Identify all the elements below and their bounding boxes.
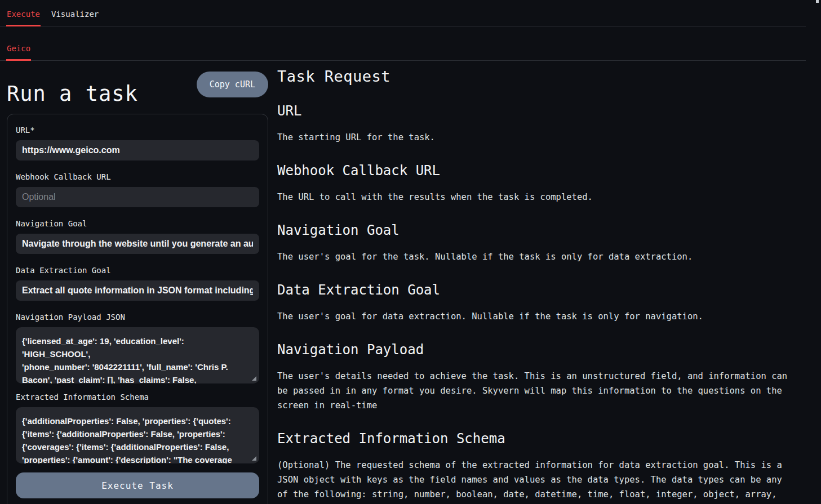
navigation-goal-input[interactable]: [16, 234, 259, 254]
resize-handle-icon[interactable]: [252, 456, 256, 461]
doc-section-data-extraction-goal: Data Extraction Goal The user's goal for…: [277, 282, 799, 324]
task-form-card: URL* Webhook Callback URL Navigation Goa…: [7, 114, 268, 504]
navigation-payload-label: Navigation Payload JSON: [16, 313, 259, 322]
doc-section-heading: URL: [277, 103, 799, 119]
tab-execute[interactable]: Execute: [6, 7, 41, 26]
resize-handle-icon[interactable]: [252, 376, 256, 381]
data-extraction-goal-input[interactable]: [16, 280, 259, 301]
doc-section-body: The URL to call with the results when th…: [277, 190, 799, 204]
docs-title: Task Request: [277, 68, 799, 85]
docs-panel: Task Request URL The starting URL for th…: [277, 61, 799, 504]
navigation-payload-wrap: {'licensed_at_age': 19, 'education_level…: [16, 327, 259, 383]
data-extraction-goal-label: Data Extraction Goal: [16, 266, 259, 275]
url-label: URL*: [16, 126, 259, 135]
page: Execute Visualizer Geico Run a task Copy…: [0, 0, 806, 504]
scrollbar-thumb[interactable]: [816, 0, 819, 3]
doc-section-navigation-goal: Navigation Goal The user's goal for the …: [277, 222, 799, 264]
tab-visualizer[interactable]: Visualizer: [51, 7, 99, 26]
navigation-payload-textarea[interactable]: {'licensed_at_age': 19, 'education_level…: [16, 327, 259, 383]
primary-tab-bar: Execute Visualizer: [0, 0, 806, 26]
main-area: Run a task Copy cURL URL* Webhook Callba…: [0, 61, 806, 504]
webhook-input[interactable]: [16, 187, 259, 207]
doc-section-heading: Data Extraction Goal: [277, 282, 799, 298]
doc-section-body: The user's goal for the task. Nullable i…: [277, 249, 799, 264]
doc-section-heading: Extracted Information Schema: [277, 431, 799, 447]
form-header: Run a task Copy cURL: [7, 71, 268, 106]
doc-section-body: The user's goal for data extraction. Nul…: [277, 309, 799, 324]
doc-section-navigation-payload: Navigation Payload The user's details ne…: [277, 342, 799, 413]
secondary-tab-bar: Geico: [0, 26, 806, 61]
tab-geico[interactable]: Geico: [6, 41, 31, 61]
url-input[interactable]: [16, 140, 259, 160]
execute-task-button[interactable]: Execute Task: [16, 472, 259, 498]
page-title: Run a task: [7, 82, 138, 106]
doc-section-body: (Optional) The requested schema of the e…: [277, 458, 799, 504]
copy-curl-button[interactable]: Copy cURL: [197, 72, 268, 97]
doc-section-heading: Webhook Callback URL: [277, 163, 799, 179]
navigation-goal-label: Navigation Goal: [16, 219, 259, 228]
extracted-schema-label: Extracted Information Schema: [16, 393, 259, 402]
doc-section-body: The user's details needed to achieve the…: [277, 369, 799, 413]
doc-section-extracted-schema: Extracted Information Schema (Optional) …: [277, 431, 799, 504]
doc-section-url: URL The starting URL for the task.: [277, 103, 799, 145]
webhook-label: Webhook Callback URL: [16, 172, 259, 181]
extracted-schema-textarea[interactable]: {'additionalProperties': False, 'propert…: [16, 407, 259, 463]
doc-section-webhook: Webhook Callback URL The URL to call wit…: [277, 163, 799, 204]
doc-section-heading: Navigation Payload: [277, 342, 799, 358]
task-form-panel: Run a task Copy cURL URL* Webhook Callba…: [7, 61, 268, 504]
doc-section-body: The starting URL for the task.: [277, 130, 799, 145]
doc-section-heading: Navigation Goal: [277, 222, 799, 238]
extracted-schema-wrap: {'additionalProperties': False, 'propert…: [16, 407, 259, 463]
